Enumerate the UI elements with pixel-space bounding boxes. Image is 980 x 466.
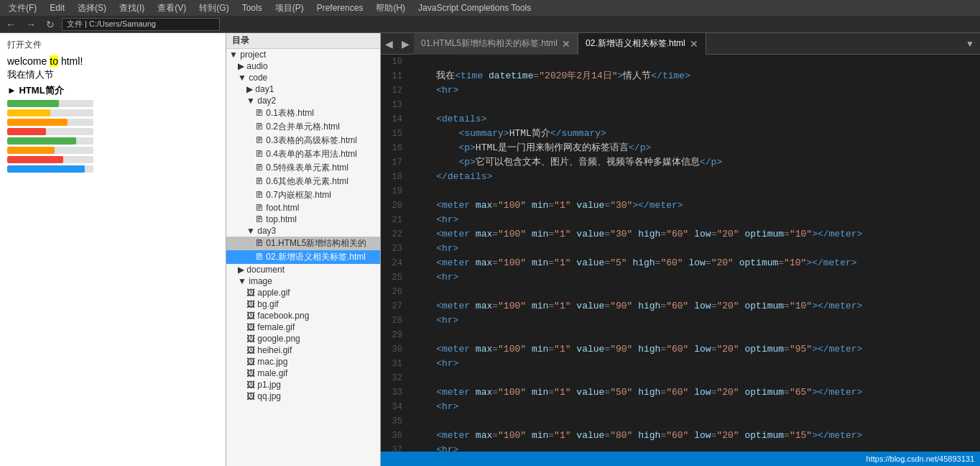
welcome-text: welcome bbox=[7, 55, 47, 67]
ft-file-01[interactable]: 🖹 0.1表格.html bbox=[226, 106, 380, 120]
tab-dropdown-button[interactable]: ▼ bbox=[960, 39, 980, 49]
ft-facebook[interactable]: 🖼 facebook.png bbox=[226, 310, 380, 321]
code-line-19: 19 bbox=[381, 184, 980, 198]
file-tree-panel: 目录 ▼ project ▶ audio ▼ code ▶ day1 ▼ day… bbox=[226, 33, 381, 466]
ft-image[interactable]: ▼ image bbox=[226, 275, 380, 287]
progress-row-6 bbox=[7, 147, 218, 154]
tab-html5-close[interactable]: ✕ bbox=[562, 38, 570, 50]
ft-audio[interactable]: ▶ audio bbox=[226, 60, 380, 72]
progress-row-2 bbox=[7, 109, 218, 116]
menu-bar: 文件(F) Edit 选择(S) 查找(I) 查看(V) 转到(G) Tools… bbox=[0, 0, 980, 16]
progress-row-3 bbox=[7, 119, 218, 126]
ft-bg[interactable]: 🖼 bg.gif bbox=[226, 298, 380, 310]
code-line-22: 22 <meter max="100" min="1" value="30" h… bbox=[381, 227, 980, 242]
html-intro-toggle[interactable]: ► HTML简介 bbox=[7, 84, 218, 97]
forward-button[interactable]: → bbox=[23, 19, 39, 30]
menu-goto[interactable]: 转到(G) bbox=[193, 1, 234, 16]
menu-select[interactable]: 选择(S) bbox=[72, 1, 112, 16]
code-line-30: 30 <meter max="100" min="1" value="90" h… bbox=[381, 342, 980, 357]
progress-row-1 bbox=[7, 100, 218, 107]
menu-file[interactable]: 文件(F) bbox=[3, 1, 42, 16]
menu-preferences[interactable]: Preferences bbox=[311, 1, 369, 14]
file-tree-header: 目录 bbox=[226, 33, 380, 49]
preview-welcome: welcome to html! bbox=[7, 55, 218, 67]
menu-project[interactable]: 项目(P) bbox=[269, 1, 310, 16]
ft-p1[interactable]: 🖼 p1.jpg bbox=[226, 379, 380, 390]
menu-find[interactable]: 查找(I) bbox=[114, 1, 150, 16]
ft-file-foot[interactable]: 🖹 foot.html bbox=[226, 202, 380, 214]
welcome-rest: html! bbox=[61, 55, 83, 67]
ft-file-04[interactable]: 🖹 0.4表单的基本用法.html bbox=[226, 147, 380, 161]
code-line-25: 25 <hr> bbox=[381, 270, 980, 285]
menu-tools[interactable]: Tools bbox=[236, 1, 268, 14]
ft-file-02[interactable]: 🖹 0.2合并单元格.html bbox=[226, 120, 380, 134]
ft-qq[interactable]: 🖼 qq.jpg bbox=[226, 390, 380, 402]
ft-document[interactable]: ▶ document bbox=[226, 264, 380, 275]
ft-file-html5[interactable]: 🖹 01.HTML5新增结构相关的 bbox=[226, 237, 380, 250]
preview-location: 我在情人节 bbox=[7, 68, 218, 81]
status-bar: https://blog.csdn.net/45893131 bbox=[381, 452, 980, 466]
menu-view[interactable]: 查看(V) bbox=[152, 1, 192, 16]
ft-file-05[interactable]: 🖹 0.5特殊表单元素.html bbox=[226, 161, 380, 175]
welcome-highlight: to bbox=[50, 55, 58, 67]
progress-row-4 bbox=[7, 128, 218, 135]
code-line-33: 33 <meter max="100" min="1" value="50" h… bbox=[381, 385, 980, 400]
main-layout: 打开文件 welcome to html! 我在情人节 ► HTML简介 bbox=[0, 33, 980, 466]
code-line-23: 23 <hr> bbox=[381, 242, 980, 256]
tab-semantic[interactable]: 02.新增语义相关标签.html ✕ bbox=[578, 33, 706, 55]
code-line-14: 14 <details> bbox=[381, 112, 980, 127]
tab-semantic-label: 02.新增语义相关标签.html bbox=[586, 37, 685, 50]
code-line-36: 36 <meter max="100" min="1" value="80" h… bbox=[381, 429, 980, 443]
code-line-15: 15 <summary>HTML简介</summary> bbox=[381, 127, 980, 141]
ft-day3[interactable]: ▼ day3 bbox=[226, 225, 380, 237]
tab-next-button[interactable]: ▶ bbox=[397, 38, 414, 50]
code-line-29: 29 bbox=[381, 328, 980, 342]
address-input[interactable] bbox=[62, 18, 220, 31]
ft-day1[interactable]: ▶ day1 bbox=[226, 83, 380, 95]
code-line-13: 13 bbox=[381, 98, 980, 112]
tab-html5[interactable]: 01.HTML5新增结构相关的标签.html ✕ bbox=[414, 33, 578, 55]
ft-project[interactable]: ▼ project bbox=[226, 49, 380, 60]
code-line-37: 37 <hr> bbox=[381, 443, 980, 452]
tab-prev-button[interactable]: ◀ bbox=[381, 38, 397, 50]
code-line-11: 11 我在<time datetime="2020年2月14日">情人节</ti… bbox=[381, 69, 980, 83]
ft-file-06[interactable]: 🖹 0.6其他表单元素.html bbox=[226, 175, 380, 188]
menu-edit[interactable]: Edit bbox=[44, 1, 70, 14]
back-button[interactable]: ← bbox=[3, 19, 19, 30]
code-line-17: 17 <p>它可以包含文本、图片、音频、视频等各种多媒体信息</p> bbox=[381, 155, 980, 170]
ft-google[interactable]: 🖼 google.png bbox=[226, 333, 380, 344]
refresh-button[interactable]: ↻ bbox=[43, 19, 57, 30]
ft-heihei[interactable]: 🖼 heihei.gif bbox=[226, 344, 380, 356]
code-line-28: 28 <hr> bbox=[381, 314, 980, 328]
code-line-26: 26 bbox=[381, 285, 980, 299]
code-line-21: 21 <hr> bbox=[381, 213, 980, 227]
code-line-32: 32 bbox=[381, 371, 980, 385]
code-line-10: 10 bbox=[381, 55, 980, 69]
tab-semantic-close[interactable]: ✕ bbox=[690, 38, 698, 50]
progress-row-7 bbox=[7, 156, 218, 163]
tab-bar: ◀ ▶ 01.HTML5新增结构相关的标签.html ✕ 02.新增语义相关标签… bbox=[381, 33, 980, 55]
code-line-35: 35 bbox=[381, 414, 980, 429]
menu-js-completions[interactable]: JavaScript Completions Tools bbox=[412, 1, 537, 14]
code-line-31: 31 <hr> bbox=[381, 357, 980, 371]
ft-male[interactable]: 🖼 male.gif bbox=[226, 367, 380, 379]
code-line-18: 18 </details> bbox=[381, 170, 980, 184]
ft-day2[interactable]: ▼ day2 bbox=[226, 95, 380, 106]
ft-female[interactable]: 🖼 female.gif bbox=[226, 321, 380, 333]
code-line-24: 24 <meter max="100" min="1" value="5" hi… bbox=[381, 256, 980, 270]
ft-file-semantic[interactable]: 🖹 02.新增语义相关标签.html bbox=[226, 250, 380, 264]
preview-panel: 打开文件 welcome to html! 我在情人节 ► HTML简介 bbox=[0, 33, 226, 466]
ft-code[interactable]: ▼ code bbox=[226, 72, 380, 83]
ft-mac[interactable]: 🖼 mac.jpg bbox=[226, 356, 380, 367]
ft-file-top[interactable]: 🖹 top.html bbox=[226, 214, 380, 225]
code-line-16: 16 <p>HTML是一门用来制作网友的标签语言</p> bbox=[381, 141, 980, 155]
code-line-34: 34 <hr> bbox=[381, 400, 980, 414]
ft-file-03[interactable]: 🖹 0.3表格的高级标签.html bbox=[226, 134, 380, 147]
ft-file-07[interactable]: 🖹 0.7内嵌框架.html bbox=[226, 188, 380, 202]
ft-apple[interactable]: 🖼 apple.gif bbox=[226, 287, 380, 298]
menu-help[interactable]: 帮助(H) bbox=[370, 1, 411, 16]
code-line-20: 20 <meter max="100" min="1" value="30"><… bbox=[381, 198, 980, 213]
code-line-12: 12 <hr> bbox=[381, 83, 980, 98]
code-editor[interactable]: 10 11 我在<time datetime="2020年2月14日">情人节<… bbox=[381, 55, 980, 452]
status-url: https://blog.csdn.net/45893131 bbox=[866, 454, 974, 463]
